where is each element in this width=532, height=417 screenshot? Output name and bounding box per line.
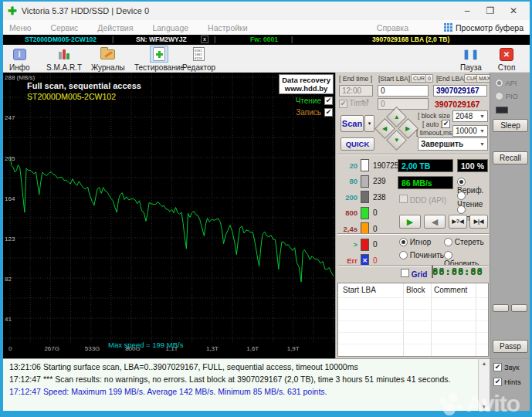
pio-radio[interactable]: PIO [495, 92, 518, 100]
counter-block-icon [361, 159, 369, 171]
grid-option[interactable]: Grid [401, 269, 427, 279]
menu-bar: Меню Сервис Действия Language Настройки … [3, 20, 530, 35]
log-panel: 13:21:06Starting surface scan, LBA=0..39… [3, 358, 478, 411]
recall-button[interactable]: Recall [493, 151, 528, 164]
read-checkbox[interactable] [324, 97, 333, 105]
menu-main[interactable]: Меню [9, 23, 31, 32]
hints-option[interactable]: Hints [493, 378, 521, 386]
timer-input[interactable]: 0 [378, 98, 429, 110]
minimize-button[interactable]: – [456, 5, 479, 16]
x-tick: 0 [8, 345, 12, 352]
mini-button-2[interactable] [511, 304, 527, 312]
timer-option[interactable]: Timer [339, 99, 369, 108]
elapsed-timer-display: 88:88:88 00:00:00 [432, 266, 433, 278]
sound-option[interactable]: Звук [493, 363, 519, 371]
log-options-panel: Звук Hints [490, 358, 530, 411]
end-time-input[interactable]: 12:00 ▲▼ [339, 85, 373, 97]
log-scrollbar[interactable]: ▲ ▼ [478, 358, 490, 411]
device-firmware: Fw: 0001 [250, 36, 278, 43]
logs-button[interactable]: Журналы [91, 46, 125, 72]
scan-dropdown-button[interactable]: ▾ [364, 115, 374, 132]
stop-icon: ✕ [500, 48, 513, 61]
auto-checkbox[interactable] [442, 120, 450, 128]
scan-button[interactable]: Scan [341, 115, 364, 132]
x-tick: 1,3T [206, 345, 219, 352]
ddd-api-checkbox [399, 195, 408, 203]
x-tick: 267G [44, 345, 59, 352]
info-button[interactable]: i Инфо [9, 46, 30, 72]
passport-button[interactable]: Passp [493, 340, 528, 353]
y-tick: 41 [5, 316, 12, 323]
y-tick: 205 [5, 155, 15, 162]
scan-control-panel: [ End time ] [Start LBA] CUR 0 [End LBA]… [335, 73, 490, 358]
test-icon [153, 47, 165, 61]
menu-help[interactable]: Справка [377, 23, 408, 32]
write-checkbox[interactable] [324, 108, 333, 117]
col-block: Block [406, 286, 425, 294]
max-speed-annotation: Max speed = 199 MB/s [108, 341, 183, 349]
end-lba-input[interactable]: 3907029167 [433, 85, 487, 97]
timeout-select[interactable]: 10000▼ [452, 125, 488, 137]
step-end-button[interactable]: ▶|◀ [469, 215, 488, 229]
menu-settings[interactable]: Настройки [208, 23, 248, 32]
close-button[interactable]: ✕ [502, 5, 525, 16]
start-lba-zero-button[interactable]: 0 [425, 74, 433, 83]
scroll-down-icon[interactable]: ▼ [479, 404, 490, 409]
play-button[interactable]: ▶ [399, 215, 421, 229]
editor-button[interactable]: 010110010110 Редактор [182, 46, 215, 72]
progress-display: 100% [457, 159, 488, 172]
end-lba-readout: 3907029167 [435, 100, 479, 109]
counter-block-icon [361, 239, 369, 251]
start-lba-input[interactable]: 0 [378, 85, 429, 97]
smart-button[interactable]: S.M.A.R.T [46, 46, 82, 72]
block-size-label: [ block size ] [418, 112, 454, 120]
start-lba-cur-button[interactable]: CUR [411, 74, 427, 83]
menu-language[interactable]: Language [152, 23, 188, 32]
counter-block-icon [361, 175, 369, 188]
device-model: ST2000DM005-2CW102 [25, 36, 97, 43]
step-seek-button[interactable]: ▶?◀ [449, 215, 467, 229]
scroll-up-icon[interactable]: ▲ [479, 361, 490, 366]
menu-service[interactable]: Сервис [50, 23, 78, 32]
hints-checkbox [493, 378, 502, 386]
device-x-button[interactable]: x [201, 36, 208, 43]
menu-actions[interactable]: Действия [97, 23, 133, 32]
mini-button-1[interactable] [493, 304, 509, 312]
x-tick: 1,6T [246, 345, 259, 352]
window-title: Victoria 5.37 HDD/SSD | Device 0 [22, 6, 149, 15]
activity-indicator [496, 107, 508, 114]
action-repair-radio[interactable]: Починить [399, 251, 444, 259]
grid-checkbox [401, 269, 409, 277]
block-size-select[interactable]: 2048▼ [452, 110, 488, 122]
action-ignore-radio[interactable]: Игнор [399, 238, 431, 246]
log-entry: 17:12:47Speed: Maximum 199 MB/s. Average… [3, 386, 478, 398]
y-tick: 247 [5, 114, 15, 121]
quick-button[interactable]: QUICK [341, 137, 374, 151]
end-lba-label: [End LBA] [436, 75, 466, 83]
device-info-bar: ST2000DM005-2CW102 | SN: WFM2WYJZ x | Fw… [3, 35, 530, 45]
timeout-label: [ timeout,ms ] [416, 129, 456, 137]
finish-action-select[interactable]: Завершить▼ [418, 137, 488, 151]
test-button[interactable]: Тестирование [134, 46, 185, 72]
api-radio[interactable]: API [495, 79, 517, 87]
action-erase-radio[interactable]: Стереть [444, 238, 484, 246]
maximize-button[interactable]: ❐ [479, 5, 502, 16]
app-icon: ✚ [8, 5, 17, 17]
smart-icon [57, 48, 71, 60]
hex-editor-icon: 010110010110 [193, 47, 205, 61]
counter-block-icon [361, 207, 369, 219]
reverse-button[interactable]: ◀ [424, 215, 446, 229]
sleep-button[interactable]: Sleep [493, 119, 528, 132]
graph-subtitle: ST2000DM005-2CW102 [27, 92, 116, 101]
toolbar: i Инфо S.M.A.R.T Журналы Тестирование 01… [3, 45, 530, 73]
timer-checkbox [339, 100, 347, 108]
ddd-api-option[interactable]: DDD (API) [399, 195, 446, 205]
y-tick: 164 [5, 195, 15, 202]
defect-table[interactable]: Start LBA Block Comment [337, 283, 489, 357]
buffer-view-button[interactable]: Просмотр буфера [444, 23, 524, 32]
pause-button[interactable]: ❚❚ Пауза [460, 46, 482, 72]
pause-icon: ❚❚ [463, 49, 479, 59]
stop-button[interactable]: ✕ Стоп [497, 46, 516, 72]
speed-graph: 288 (MB/s)2472051641238241 0267G533G800G… [3, 73, 335, 358]
speed-curve [3, 73, 335, 358]
